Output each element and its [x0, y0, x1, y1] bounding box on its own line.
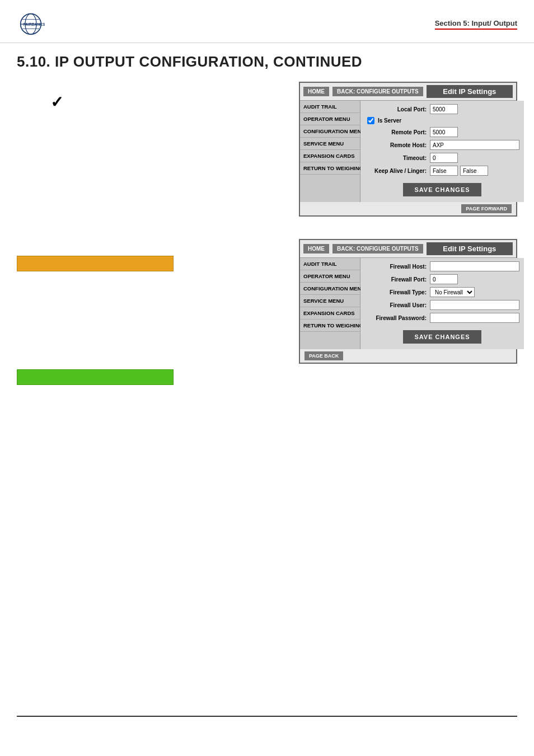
firewall-type-row: Firewall Type: No Firewall SOCKS4 SOCKS5…: [365, 287, 519, 297]
remote-port-row: Remote Port:: [365, 127, 519, 137]
sidebar2-item-return[interactable]: RETURN TO WEIGHING: [300, 320, 360, 332]
panel1-page-forward-button[interactable]: PAGE FORWARD: [461, 204, 512, 213]
is-server-label: Is Server: [378, 118, 401, 124]
sidebar1-item-operator[interactable]: OPERATOR MENU: [300, 113, 360, 125]
svg-text:FAIRBANKS: FAIRBANKS: [24, 22, 45, 26]
panel2-footer: PAGE BACK: [300, 349, 516, 363]
remote-host-label: Remote Host:: [365, 142, 427, 148]
panel1-save-button[interactable]: SAVE CHANGES: [403, 183, 481, 196]
second-right-col: HOME BACK: CONFIGURE OUTPUTS Edit IP Set…: [299, 239, 517, 385]
panel2: HOME BACK: CONFIGURE OUTPUTS Edit IP Set…: [299, 239, 517, 364]
panel1-save-area: SAVE CHANGES: [365, 179, 519, 199]
timeout-row: Timeout:: [365, 153, 519, 163]
remote-host-input[interactable]: [430, 140, 519, 150]
panel2-page-back-button[interactable]: PAGE BACK: [305, 351, 343, 360]
sidebar2-item-service[interactable]: SERVICE MENU: [300, 295, 360, 307]
local-port-label: Local Port:: [365, 106, 427, 112]
panel2-back-button[interactable]: BACK: CONFIGURE OUTPUTS: [332, 244, 423, 253]
panel1-sidebar: AUDIT TRAIL OPERATOR MENU CONFIGURATION …: [300, 101, 360, 202]
green-bar: [17, 369, 174, 385]
panel2-save-area: SAVE CHANGES: [365, 326, 519, 346]
timeout-label: Timeout:: [365, 155, 427, 161]
sidebar2-item-expansion[interactable]: EXPANSION CARDS: [300, 307, 360, 320]
keep-alive-input1[interactable]: [430, 166, 458, 176]
logo-area: FAIRBANKS: [17, 10, 45, 38]
panel1-form: Local Port: Is Server Remote Port:: [360, 101, 524, 202]
remote-host-row: Remote Host:: [365, 140, 519, 150]
second-left-col: [17, 239, 288, 385]
fairbanks-logo: FAIRBANKS: [17, 10, 45, 38]
keep-alive-label: Keep Alive / Linger:: [365, 168, 427, 174]
firewall-host-label: Firewall Host:: [365, 264, 427, 270]
sidebar2-item-configuration[interactable]: CONFIGURATION MENU: [300, 283, 360, 295]
sidebar1-item-expansion[interactable]: EXPANSION CARDS: [300, 150, 360, 162]
bottom-rule: [17, 716, 517, 717]
panel2-body: AUDIT TRAIL OPERATOR MENU CONFIGURATION …: [300, 258, 516, 349]
firewall-user-label: Firewall User:: [365, 302, 427, 308]
panel2-form: Firewall Host: Firewall Port: Firewall T…: [360, 258, 524, 349]
firewall-user-input[interactable]: [430, 300, 519, 310]
panel1-footer: PAGE FORWARD: [300, 202, 516, 215]
local-port-row: Local Port:: [365, 104, 519, 114]
panel1: HOME BACK: CONFIGURE OUTPUTS Edit IP Set…: [299, 82, 517, 217]
remote-port-label: Remote Port:: [365, 129, 427, 135]
first-left-col: ✓: [17, 82, 288, 217]
panel2-home-button[interactable]: HOME: [303, 244, 329, 253]
sidebar1-item-service[interactable]: SERVICE MENU: [300, 138, 360, 150]
panel1-body: AUDIT TRAIL OPERATOR MENU CONFIGURATION …: [300, 101, 516, 202]
firewall-password-input[interactable]: [430, 313, 519, 323]
first-right-col: HOME BACK: CONFIGURE OUTPUTS Edit IP Set…: [299, 82, 517, 217]
panel2-header: HOME BACK: CONFIGURE OUTPUTS Edit IP Set…: [300, 240, 516, 258]
keep-alive-row: Keep Alive / Linger:: [365, 166, 519, 176]
keep-alive-input2[interactable]: [460, 166, 488, 176]
firewall-host-row: Firewall Host:: [365, 261, 519, 271]
firewall-type-label: Firewall Type:: [365, 289, 427, 295]
page-title: 5.10. IP OUTPUT CONFIGURATION, CONTINUED: [0, 43, 534, 76]
firewall-host-input[interactable]: [430, 261, 519, 271]
panel1-home-button[interactable]: HOME: [303, 87, 329, 96]
panel2-title: Edit IP Settings: [427, 242, 513, 255]
firewall-port-label: Firewall Port:: [365, 276, 427, 283]
sidebar2-item-operator[interactable]: OPERATOR MENU: [300, 270, 360, 283]
second-panel-section: HOME BACK: CONFIGURE OUTPUTS Edit IP Set…: [0, 233, 534, 391]
header: FAIRBANKS Section 5: Input/ Output: [0, 0, 534, 43]
orange-bar: [17, 256, 174, 271]
panel1-back-button[interactable]: BACK: CONFIGURE OUTPUTS: [332, 87, 423, 96]
checkmark-symbol: ✓: [50, 93, 288, 111]
is-server-checkbox[interactable]: [367, 117, 374, 124]
panel2-sidebar: AUDIT TRAIL OPERATOR MENU CONFIGURATION …: [300, 258, 360, 349]
local-port-input[interactable]: [430, 104, 458, 114]
sidebar2-item-audit[interactable]: AUDIT TRAIL: [300, 258, 360, 270]
panel1-header: HOME BACK: CONFIGURE OUTPUTS Edit IP Set…: [300, 83, 516, 101]
firewall-password-row: Firewall Password:: [365, 313, 519, 323]
firewall-port-row: Firewall Port:: [365, 274, 519, 284]
section-label: Section 5: Input/ Output: [435, 19, 517, 30]
firewall-port-input[interactable]: [430, 274, 458, 284]
timeout-input[interactable]: [430, 153, 458, 163]
first-panel-section: ✓ HOME BACK: CONFIGURE OUTPUTS Edit IP S…: [0, 76, 534, 222]
sidebar1-item-audit[interactable]: AUDIT TRAIL: [300, 101, 360, 113]
remote-port-input[interactable]: [430, 127, 458, 137]
firewall-password-label: Firewall Password:: [365, 315, 427, 321]
panel1-title: Edit IP Settings: [427, 85, 513, 98]
sidebar1-item-configuration[interactable]: CONFIGURATION MENU: [300, 125, 360, 138]
panel2-save-button[interactable]: SAVE CHANGES: [403, 330, 481, 344]
firewall-user-row: Firewall User:: [365, 300, 519, 310]
is-server-row: Is Server: [365, 117, 519, 124]
firewall-type-select[interactable]: No Firewall SOCKS4 SOCKS5 HTTP: [430, 287, 475, 297]
sidebar1-item-return[interactable]: RETURN TO WEIGHING: [300, 162, 360, 175]
